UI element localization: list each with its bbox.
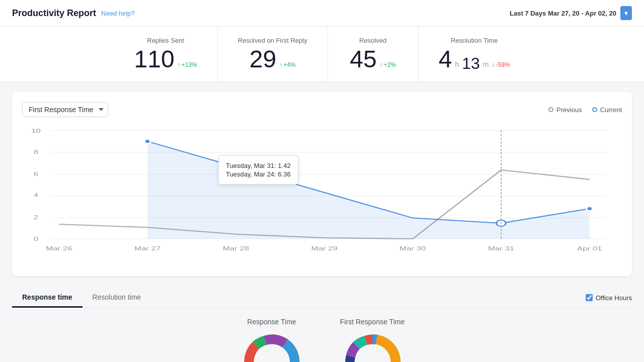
legend-previous: Previous — [548, 106, 582, 114]
svg-text:0: 0 — [34, 236, 38, 242]
stat-label: Resolved — [348, 37, 398, 44]
donut-svg-first-response — [332, 332, 413, 362]
svg-text:Mar 29: Mar 29 — [311, 245, 337, 252]
stat-change: +4% — [279, 61, 295, 68]
stat-change: +13% — [178, 61, 197, 68]
chart-tooltip: Tuesday, Mar 31: 1.42 Tuesday, Mar 24: 6… — [218, 155, 298, 185]
donut-svg-response — [231, 332, 312, 362]
chart-header: First Response TimeResolution TimeRespon… — [22, 102, 622, 117]
svg-text:8: 8 — [34, 149, 38, 155]
svg-text:10: 10 — [31, 127, 41, 134]
svg-point-20 — [144, 139, 150, 143]
office-hours-toggle: Office Hours — [586, 294, 632, 302]
tabs: Response time Resolution time — [12, 288, 151, 307]
stat-change: +2% — [380, 61, 396, 68]
header-left: Productivity Report Need help? — [12, 8, 135, 19]
bottom-section: Response time Resolution time Office Hou… — [12, 288, 632, 362]
stat-label: Resolved on First Reply — [238, 37, 307, 44]
tooltip-line1: Tuesday, Mar 31: 1.42 — [226, 162, 291, 169]
svg-text:4: 4 — [34, 192, 38, 199]
legend-current-label: Current — [600, 106, 622, 114]
svg-text:Mar 27: Mar 27 — [134, 245, 160, 252]
arrow-down-icon — [492, 61, 495, 68]
donut-response-time: Response Time — [231, 318, 312, 362]
stat-resolved: Resolved 45 +2% — [328, 27, 419, 81]
stat-number: 29 — [250, 47, 276, 71]
stat-number: 110 — [134, 47, 175, 71]
stat-value-row: 45 +2% — [348, 47, 398, 71]
tab-response-time[interactable]: Response time — [12, 288, 83, 308]
svg-text:Apr 01: Apr 01 — [577, 245, 602, 252]
stat-replies-sent: Replies Sent 110 +13% — [114, 27, 218, 81]
stat-change: -59% — [492, 61, 510, 68]
office-hours-label: Office Hours — [596, 294, 632, 302]
svg-text:Mar 26: Mar 26 — [46, 245, 72, 252]
arrow-up-icon — [279, 61, 282, 68]
arrow-up-icon — [178, 61, 181, 68]
donut-title: First Response Time — [332, 318, 413, 326]
legend-dot-previous — [548, 107, 553, 112]
tabs-row: Response time Resolution time Office Hou… — [12, 288, 632, 308]
office-hours-checkbox[interactable] — [586, 294, 593, 301]
stat-label: Resolution Time — [439, 37, 510, 44]
date-range-dropdown[interactable]: ▾ — [620, 6, 632, 20]
chart-metric-select[interactable]: First Response TimeResolution TimeRespon… — [22, 102, 108, 117]
page-title: Productivity Report — [12, 8, 96, 19]
header-right: Last 7 Days Mar 27, 20 - Apr 02, 20 ▾ — [510, 6, 632, 20]
stat-label: Replies Sent — [134, 37, 197, 44]
stat-resolution-time: Resolution Time 4 h 13 m -59% — [419, 27, 530, 81]
stat-value-row: 110 +13% — [134, 47, 197, 71]
chart-svg: 10 8 6 4 2 0 Mar 26 Mar 27 Mar 28 Mar 29… — [22, 125, 622, 266]
stat-value-row: 4 h 13 m -59% — [439, 47, 510, 71]
tooltip-line2: Tuesday, Mar 24: 6.36 — [226, 170, 291, 178]
svg-marker-19 — [147, 141, 590, 239]
svg-text:Mar 28: Mar 28 — [223, 245, 249, 252]
donuts-row: Response Time — [12, 318, 632, 362]
stat-value-row: 29 +4% — [238, 47, 307, 71]
main-content: First Response TimeResolution TimeRespon… — [0, 82, 644, 362]
donut-first-response-time: First Response Time — [332, 318, 413, 362]
svg-text:Mar 30: Mar 30 — [399, 245, 426, 252]
chart-card: First Response TimeResolution TimeRespon… — [12, 92, 632, 276]
donut-title: Response Time — [231, 318, 312, 326]
legend-previous-label: Previous — [556, 106, 582, 114]
chart-legend: Previous Current — [548, 106, 622, 114]
help-link[interactable]: Need help? — [101, 10, 135, 17]
tab-resolution-time[interactable]: Resolution time — [83, 288, 151, 308]
stat-number-hours: 4 — [439, 47, 452, 71]
stat-number: 45 — [350, 47, 376, 71]
legend-current: Current — [592, 106, 622, 114]
stat-unit-m: m — [483, 60, 489, 68]
svg-text:6: 6 — [34, 170, 38, 177]
stats-row: Replies Sent 110 +13% Resolved on First … — [0, 27, 644, 82]
svg-text:2: 2 — [34, 214, 38, 220]
stat-unit-h: h — [455, 60, 459, 68]
arrow-up-icon — [380, 61, 383, 68]
svg-point-22 — [587, 207, 593, 211]
legend-dot-current — [592, 107, 597, 112]
chart-area: 10 8 6 4 2 0 Mar 26 Mar 27 Mar 28 Mar 29… — [22, 125, 622, 266]
svg-text:Mar 31: Mar 31 — [488, 245, 514, 252]
date-range-text: Last 7 Days Mar 27, 20 - Apr 02, 20 — [510, 10, 616, 17]
stat-number-minutes: 13 — [462, 55, 480, 71]
stat-resolved-first-reply: Resolved on First Reply 29 +4% — [218, 27, 328, 81]
app-header: Productivity Report Need help? Last 7 Da… — [0, 0, 644, 27]
